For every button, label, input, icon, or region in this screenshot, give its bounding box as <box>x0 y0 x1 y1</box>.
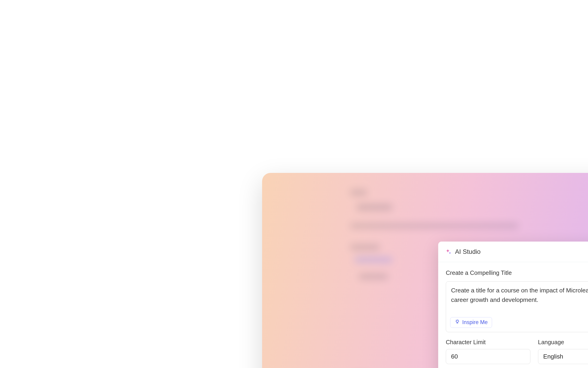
section-label: Create a Compelling Title <box>446 269 588 276</box>
char-limit-input[interactable] <box>446 349 531 364</box>
prompt-textarea[interactable]: Create a title for a course on the impac… <box>451 286 588 313</box>
inspire-me-button[interactable]: Inspire Me <box>450 317 492 328</box>
prompt-textarea-wrap: Create a title for a course on the impac… <box>446 281 588 332</box>
char-limit-label: Character Limit <box>446 339 531 346</box>
ai-sparkle-icon <box>445 248 452 255</box>
language-label: Language <box>538 339 588 346</box>
ai-studio-modal: AI Studio Create a Compelling Title Crea… <box>438 241 588 368</box>
modal-body: Create a Compelling Title Create a title… <box>438 262 588 368</box>
svg-point-0 <box>456 320 458 322</box>
modal-title: AI Studio <box>455 248 481 255</box>
language-select[interactable]: English <box>538 349 588 364</box>
modal-header: AI Studio <box>438 241 588 262</box>
lightbulb-icon <box>455 319 460 326</box>
inspire-me-label: Inspire Me <box>462 319 488 325</box>
